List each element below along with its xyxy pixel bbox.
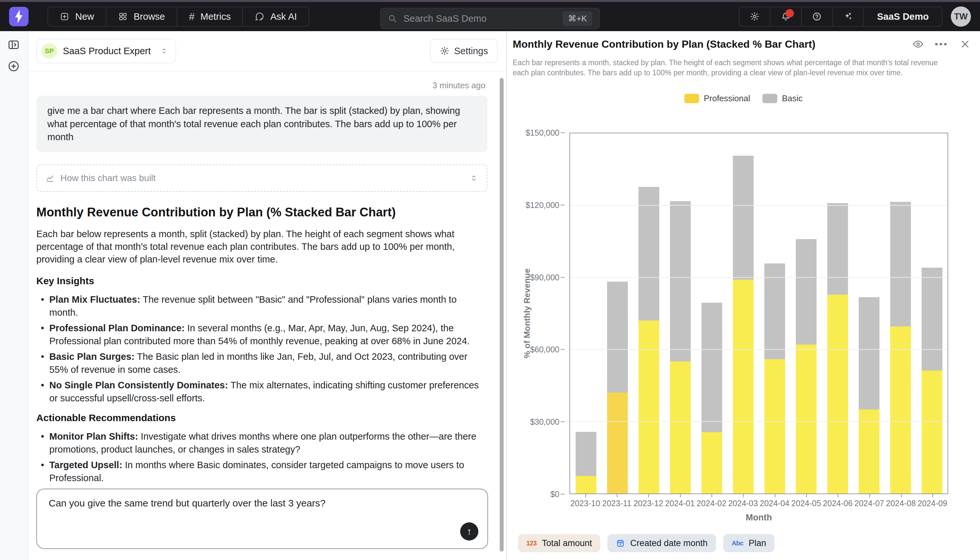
chat-sparkle-icon xyxy=(254,12,264,22)
x-tick-label: 2024-06 xyxy=(822,499,854,508)
bar-stack xyxy=(764,263,785,493)
app-logo[interactable] xyxy=(9,7,28,26)
project-switcher-button[interactable]: SaaS Demo xyxy=(864,7,942,26)
help-button[interactable] xyxy=(802,7,833,26)
bar-segment-basic[interactable] xyxy=(890,202,911,327)
new-button-label: New xyxy=(75,12,94,22)
chevron-up-down-icon xyxy=(160,47,168,55)
new-button[interactable]: New xyxy=(48,7,106,26)
browse-button-label: Browse xyxy=(134,12,165,22)
bar-segment-professional[interactable] xyxy=(859,410,879,493)
sidebar-toggle-icon[interactable] xyxy=(7,38,20,51)
y-tick-label: $120,000 xyxy=(526,200,560,210)
chat-scrollbar[interactable] xyxy=(500,78,503,552)
gridline xyxy=(570,205,948,206)
ai-sparkles-button[interactable] xyxy=(833,7,864,26)
bar-segment-basic[interactable] xyxy=(607,282,628,393)
bar-segment-professional[interactable] xyxy=(670,362,691,493)
bar-segment-professional[interactable] xyxy=(827,295,848,493)
settings-button-label: Settings xyxy=(454,46,488,57)
bar-segment-professional[interactable] xyxy=(764,359,785,493)
chat-header: SP SaaS Product Expert Settings xyxy=(28,31,506,72)
how-chart-built-label: How this chart was built xyxy=(60,173,156,183)
chat-input[interactable]: Can you give the same trend but quarterl… xyxy=(37,488,488,549)
bar-segment-professional[interactable] xyxy=(796,345,817,493)
bar-segment-professional[interactable] xyxy=(922,370,942,493)
ai-chat-panel: SP SaaS Product Expert Settings 3 minute… xyxy=(28,31,507,560)
bar-segment-basic[interactable] xyxy=(764,263,785,359)
bar-2024-01[interactable] xyxy=(664,133,696,493)
x-tick-label: 2024-09 xyxy=(917,499,948,508)
bar-stack xyxy=(576,432,596,493)
new-thread-icon[interactable] xyxy=(7,60,20,73)
list-item: Professional Plan Dominance: In several … xyxy=(38,322,487,347)
bar-2024-08[interactable] xyxy=(885,133,916,493)
bar-2024-04[interactable] xyxy=(759,133,790,493)
global-search-input[interactable]: Search SaaS Demo ⌘+K xyxy=(380,8,600,29)
y-tick-mark xyxy=(561,132,565,133)
lightning-icon xyxy=(13,9,24,24)
metrics-button[interactable]: # Metrics xyxy=(178,7,243,26)
send-button[interactable]: ↑ xyxy=(460,522,478,540)
bar-2023-10[interactable] xyxy=(570,133,601,493)
numeric-field-icon: 123 xyxy=(527,540,537,547)
bar-segment-professional[interactable] xyxy=(701,432,722,493)
list-item: No Single Plan Consistently Dominates: T… xyxy=(38,378,487,405)
list-item: Plan Mix Fluctuates: The revenue split b… xyxy=(38,293,487,319)
chevron-up-down-icon xyxy=(469,173,478,183)
bar-2024-02[interactable] xyxy=(696,133,728,493)
bar-segment-basic[interactable] xyxy=(859,297,879,410)
field-tag-created-date-month[interactable]: Created date month xyxy=(607,534,716,552)
bar-2023-12[interactable] xyxy=(633,133,664,493)
notifications-button[interactable] xyxy=(771,7,802,26)
x-axis-labels: 2023-102023-112023-122024-012024-022024-… xyxy=(570,494,948,508)
bar-segment-basic[interactable] xyxy=(827,203,848,295)
browse-button[interactable]: Browse xyxy=(106,7,178,26)
bar-2024-09[interactable] xyxy=(916,133,948,493)
bar-segment-professional[interactable] xyxy=(638,320,659,493)
bar-2023-11[interactable] xyxy=(601,133,633,493)
bar-segment-basic[interactable] xyxy=(733,156,754,280)
field-label: Plan xyxy=(749,538,766,548)
ask-ai-button[interactable]: Ask AI xyxy=(243,7,308,26)
x-tick-label: 2023-12 xyxy=(633,499,664,508)
bar-segment-basic[interactable] xyxy=(670,201,691,362)
y-tick-label: $30,000 xyxy=(530,417,560,427)
bar-stack xyxy=(670,201,691,493)
bar-stack xyxy=(638,187,659,493)
bar-segment-basic[interactable] xyxy=(638,187,659,320)
bar-stack xyxy=(701,303,722,493)
bar-stack xyxy=(607,282,628,493)
chart-fields: 123 Total amount Created date month Abc … xyxy=(518,534,774,552)
bar-stack xyxy=(859,297,879,493)
how-chart-built-toggle[interactable]: How this chart was built xyxy=(37,165,487,192)
bar-segment-basic[interactable] xyxy=(701,303,722,432)
bar-2024-05[interactable] xyxy=(790,133,822,493)
agent-selector[interactable]: SP SaaS Product Expert xyxy=(37,38,176,63)
agent-settings-button[interactable]: Settings xyxy=(430,39,498,63)
notification-badge xyxy=(786,9,794,18)
agent-avatar: SP xyxy=(42,43,57,59)
bar-2024-06[interactable] xyxy=(822,133,853,493)
field-tag-total-amount[interactable]: 123 Total amount xyxy=(518,534,600,552)
x-tick-label: 2024-05 xyxy=(790,499,822,508)
bar-segment-professional[interactable] xyxy=(607,393,628,493)
agent-name: SaaS Product Expert xyxy=(63,46,151,57)
x-tick-label: 2024-07 xyxy=(854,499,885,508)
bar-segment-basic[interactable] xyxy=(796,239,817,345)
field-tag-plan[interactable]: Abc Plan xyxy=(723,534,774,552)
list-item: Targeted Upsell: In months where Basic d… xyxy=(38,458,487,484)
user-avatar[interactable]: TW xyxy=(951,7,971,27)
bar-segment-basic[interactable] xyxy=(576,432,596,476)
recommendations-heading: Actionable Recommendations xyxy=(37,412,487,423)
bar-2024-07[interactable] xyxy=(853,133,885,493)
bar-segment-professional[interactable] xyxy=(576,476,596,493)
x-tick-label: 2023-11 xyxy=(601,499,632,508)
bar-2024-03[interactable] xyxy=(728,133,759,493)
gear-icon xyxy=(750,12,759,22)
x-tick-label: 2024-08 xyxy=(885,499,917,508)
bar-segment-professional[interactable] xyxy=(733,280,754,493)
bar-segment-professional[interactable] xyxy=(890,327,911,493)
settings-gear-button[interactable] xyxy=(739,7,771,26)
bar-segment-basic[interactable] xyxy=(922,268,942,370)
